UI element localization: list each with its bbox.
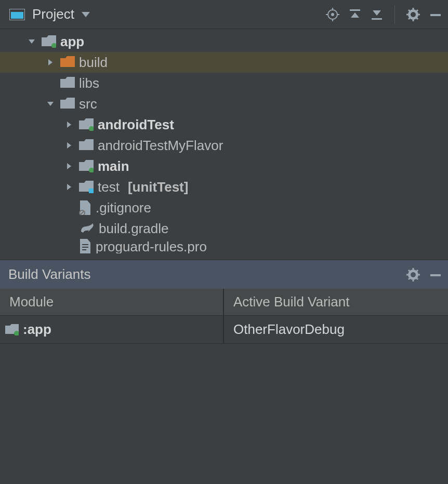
tree-row[interactable]: src bbox=[0, 93, 448, 114]
svg-rect-26 bbox=[82, 247, 88, 248]
svg-rect-25 bbox=[82, 244, 88, 245]
gear-icon[interactable] bbox=[406, 8, 420, 21]
tree-row[interactable]: androidTest bbox=[0, 114, 448, 135]
text-file-icon bbox=[79, 239, 91, 253]
tree-item-label: app bbox=[60, 34, 84, 50]
chevron-down-icon[interactable] bbox=[26, 38, 37, 45]
minimize-icon[interactable] bbox=[429, 8, 442, 21]
module-folder-icon bbox=[5, 324, 19, 335]
chevron-right-icon[interactable] bbox=[45, 59, 56, 66]
chevron-right-icon[interactable] bbox=[63, 183, 75, 191]
gear-icon[interactable] bbox=[406, 268, 420, 281]
module-folder-icon bbox=[42, 35, 56, 48]
tree-item-label: androidTest bbox=[98, 117, 174, 133]
svg-line-33 bbox=[416, 278, 418, 279]
toolbar-divider bbox=[394, 5, 395, 24]
tree-row[interactable]: proguard-rules.pro bbox=[0, 239, 448, 253]
svg-line-14 bbox=[409, 10, 410, 11]
module-folder-icon bbox=[79, 118, 94, 131]
locate-target-icon[interactable] bbox=[326, 8, 339, 21]
project-panel-header: Project bbox=[0, 0, 448, 29]
folder-icon bbox=[60, 77, 75, 89]
tree-item-label: .gitignore bbox=[96, 200, 151, 216]
svg-rect-9 bbox=[372, 18, 382, 20]
build-folder-icon bbox=[60, 56, 75, 69]
gitignore-file-icon bbox=[79, 200, 91, 215]
dropdown-arrow-icon[interactable] bbox=[82, 12, 90, 17]
chevron-down-icon[interactable] bbox=[45, 100, 56, 107]
svg-rect-27 bbox=[82, 249, 86, 250]
tree-row[interactable]: build.gradle bbox=[0, 218, 448, 239]
build-variants-header: Build Variants bbox=[0, 260, 448, 289]
tree-item-label: src bbox=[79, 96, 97, 112]
tree-item-label: proguard-rules.pro bbox=[96, 239, 207, 253]
svg-rect-22 bbox=[89, 189, 94, 193]
chevron-right-icon[interactable] bbox=[63, 163, 75, 170]
tree-item-suffix: [unitTest] bbox=[128, 179, 189, 195]
test-folder-icon bbox=[79, 181, 94, 193]
folder-icon bbox=[60, 98, 75, 110]
project-panel-title: Project bbox=[32, 6, 74, 22]
folder-icon bbox=[79, 139, 94, 152]
build-variants-table-header: Module Active Build Variant bbox=[0, 289, 448, 316]
svg-rect-36 bbox=[430, 274, 441, 276]
tree-row[interactable]: app bbox=[0, 31, 448, 52]
svg-line-32 bbox=[409, 270, 410, 272]
tree-item-label: test bbox=[98, 179, 120, 195]
chevron-right-icon[interactable] bbox=[63, 142, 75, 149]
tree-item-label: androidTestMyFlavor bbox=[98, 138, 223, 154]
column-header-module[interactable]: Module bbox=[0, 289, 224, 315]
svg-line-16 bbox=[409, 18, 410, 19]
tree-row[interactable]: .gitignore bbox=[0, 197, 448, 218]
column-header-variant[interactable]: Active Build Variant bbox=[224, 289, 448, 315]
svg-line-17 bbox=[416, 10, 418, 11]
svg-point-3 bbox=[331, 13, 334, 16]
build-variants-row[interactable]: :app OtherFlavorDebug bbox=[0, 316, 448, 344]
tree-item-label: main bbox=[98, 158, 129, 174]
chevron-right-icon[interactable] bbox=[63, 121, 75, 128]
tree-item-label: libs bbox=[79, 75, 99, 91]
build-variants-empty-area bbox=[0, 344, 448, 484]
project-view-icon bbox=[9, 9, 25, 20]
tree-row[interactable]: test [unitTest] bbox=[0, 177, 448, 197]
collapse-all-icon[interactable] bbox=[371, 8, 383, 21]
tree-row[interactable]: libs bbox=[0, 73, 448, 93]
project-tree[interactable]: app build libs src bbox=[0, 29, 448, 260]
tree-row[interactable]: build bbox=[0, 52, 448, 73]
tree-row[interactable]: main bbox=[0, 156, 448, 177]
minimize-icon[interactable] bbox=[429, 268, 442, 281]
gradle-file-icon bbox=[79, 222, 95, 235]
module-folder-icon bbox=[79, 160, 94, 172]
svg-rect-1 bbox=[11, 12, 23, 19]
svg-line-15 bbox=[416, 18, 418, 19]
svg-line-35 bbox=[416, 270, 418, 272]
svg-rect-18 bbox=[430, 14, 441, 16]
module-cell[interactable]: :app bbox=[0, 316, 224, 343]
tree-item-label: build bbox=[79, 55, 108, 71]
expand-all-icon[interactable] bbox=[349, 8, 361, 21]
tree-row[interactable]: androidTestMyFlavor bbox=[0, 135, 448, 156]
svg-line-34 bbox=[409, 278, 410, 279]
svg-rect-8 bbox=[350, 9, 360, 11]
variant-cell[interactable]: OtherFlavorDebug bbox=[224, 316, 448, 343]
variant-name: OtherFlavorDebug bbox=[233, 321, 345, 338]
tree-item-label: build.gradle bbox=[99, 221, 168, 237]
build-variants-title: Build Variants bbox=[8, 266, 401, 283]
module-name: :app bbox=[23, 321, 51, 338]
